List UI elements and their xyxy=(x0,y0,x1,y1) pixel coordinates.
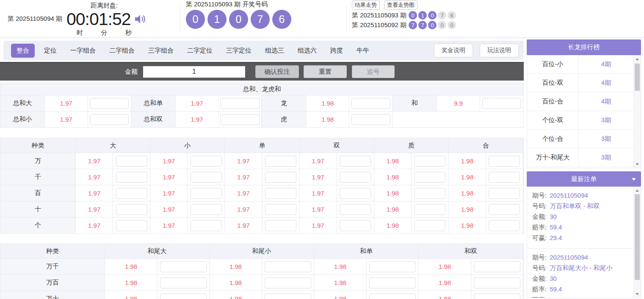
confirm-bet-button[interactable]: 确认投注 xyxy=(255,65,299,78)
bet-input-wanqian-heweida[interactable] xyxy=(160,261,207,272)
bet-input-bai-da[interactable] xyxy=(116,188,147,199)
tab-erzi-zuhe[interactable]: 二字组合 xyxy=(109,47,135,55)
tab-kuadu[interactable]: 跨度 xyxy=(330,47,343,55)
bet-input-wan-zhi[interactable] xyxy=(414,156,445,167)
bet-input-shi-shuang[interactable] xyxy=(340,204,371,215)
bet-input-shi-xiao[interactable] xyxy=(191,204,222,215)
tab-zuxuan-san[interactable]: 组选三 xyxy=(265,47,284,55)
bet-input-ge-he[interactable] xyxy=(489,220,520,231)
bet-input-wanqian-hedan[interactable] xyxy=(369,261,416,272)
reset-button[interactable]: 重置 xyxy=(304,65,347,78)
input-cell-wanqian-heweida xyxy=(158,259,210,275)
rank-scrollbar[interactable] xyxy=(633,55,641,168)
bet-input-wan-he[interactable] xyxy=(489,156,520,167)
bet-input-bai-he[interactable] xyxy=(489,188,520,199)
bet-input-ge-xiao[interactable] xyxy=(191,220,222,231)
bet-input-wan-da[interactable] xyxy=(116,156,147,167)
sum-bet-input-zonghe-shuang[interactable] xyxy=(221,114,260,125)
bet-input-wanqian-heweixiao[interactable] xyxy=(265,261,311,272)
draw-ball: 1 xyxy=(207,10,227,29)
bet-input-shi-dan[interactable] xyxy=(265,204,296,215)
bet-input-shi-da[interactable] xyxy=(116,204,147,215)
tab-zuxuan-liu[interactable]: 组选六 xyxy=(298,47,317,55)
bet-input-wanshi-heweida[interactable] xyxy=(160,293,207,299)
input-cell-wanqian-heweixiao xyxy=(262,259,314,275)
scrollbar-up-arrow[interactable] xyxy=(634,187,641,194)
tab-erzi-dingwei[interactable]: 二字定位 xyxy=(187,47,213,55)
bet-input-bai-shuang[interactable] xyxy=(340,188,371,199)
tab-yizi-zuhe[interactable]: 一字组合 xyxy=(70,47,96,55)
bet-input-wanbai-hedan[interactable] xyxy=(369,277,416,288)
bet-input-qian-xiao[interactable] xyxy=(191,172,222,183)
chevron-down-icon[interactable] xyxy=(632,178,636,181)
bet-input-qian-dan[interactable] xyxy=(265,172,296,183)
bets-scrollbar[interactable] xyxy=(633,187,641,298)
bet-input-wanshi-heweixiao[interactable] xyxy=(265,293,311,299)
rules-info-button[interactable]: 玩法说明 xyxy=(480,44,519,57)
sum-label-long: 龙 xyxy=(262,95,306,112)
sum-bet-input-long[interactable] xyxy=(351,98,390,109)
speaker-icon[interactable] xyxy=(134,14,147,25)
bet-input-shi-zhi[interactable] xyxy=(414,204,445,215)
bet-input-wanbai-heshuang[interactable] xyxy=(474,277,520,288)
view-trend-chart-button[interactable]: 查看走势图 xyxy=(384,0,417,10)
rank-row[interactable]: 百位-合4期 xyxy=(527,92,633,111)
bet-input-wanshi-heshuang[interactable] xyxy=(474,293,520,299)
rank-row[interactable]: 个位-合3期 xyxy=(527,130,633,148)
sum-bet-input-zonghe-da[interactable] xyxy=(90,98,129,109)
bet-input-wan-dan[interactable] xyxy=(265,156,296,167)
bet-input-qian-zhi[interactable] xyxy=(414,172,445,183)
scrollbar-up-arrow[interactable] xyxy=(634,56,641,62)
bet-input-bai-xiao[interactable] xyxy=(191,188,222,199)
bet-input-ge-dan[interactable] xyxy=(265,220,296,231)
bet-input-qian-shuang[interactable] xyxy=(340,172,371,183)
latest-bets-header[interactable]: 最新注单 xyxy=(527,171,641,187)
bet-input-bai-zhi[interactable] xyxy=(414,188,445,199)
bet-input-qian-he[interactable] xyxy=(489,172,520,183)
sum-label-zonghe-dan: 总和单 xyxy=(131,95,176,112)
bet-input-wanqian-heshuang[interactable] xyxy=(474,261,520,272)
rank-row[interactable]: 百位-双4期 xyxy=(527,74,633,92)
bet-input-wanshi-hedan[interactable] xyxy=(369,293,416,299)
odds-wan-dan: 1.97 xyxy=(225,153,262,169)
scrollbar-thumb[interactable] xyxy=(635,194,640,280)
rank-row[interactable]: 万十-和尾大3期 xyxy=(527,148,633,167)
scrollbar-down-arrow[interactable] xyxy=(634,291,641,297)
position-bet-table: 种类大小单双质合万1.971.971.971.971.981.98千1.971.… xyxy=(0,138,524,234)
bet-field-value: 30 xyxy=(550,273,557,284)
amount-input[interactable] xyxy=(143,66,245,78)
tab-zhenghe[interactable]: 整合 xyxy=(11,44,35,58)
input-cell-wanshi-heweida xyxy=(158,291,210,299)
sum-bet-input-he[interactable] xyxy=(482,98,521,109)
bet-input-wan-shuang[interactable] xyxy=(340,156,371,167)
rank-row[interactable]: 百位-小4期 xyxy=(527,55,633,74)
tab-sanzi-dingwei[interactable]: 三字定位 xyxy=(226,47,252,55)
bet-input-wanbai-heweida[interactable] xyxy=(160,277,207,288)
bet-input-wan-xiao[interactable] xyxy=(191,156,222,167)
tab-sanzi-zuhe[interactable]: 三字组合 xyxy=(148,47,174,55)
rank-row[interactable]: 个位-双3期 xyxy=(527,111,633,130)
sum-input-cell-zonghe-shuang xyxy=(219,112,262,128)
bet-input-shi-he[interactable] xyxy=(489,204,520,215)
input-cell-bai-dan xyxy=(263,185,300,201)
bet-input-bai-dan[interactable] xyxy=(265,188,296,199)
chase-number-button[interactable]: 追号 xyxy=(352,65,395,78)
tab-dingwei[interactable]: 定位 xyxy=(44,47,57,55)
tab-niuniu[interactable]: 牛牛 xyxy=(357,47,369,55)
rank-count: 4期 xyxy=(579,92,633,111)
bet-input-wanbai-heweixiao[interactable] xyxy=(265,277,311,288)
bet-toolbar: 金额 确认投注 重置 追号 xyxy=(0,62,524,81)
sum-bet-input-zonghe-dan[interactable] xyxy=(221,98,260,109)
scrollbar-thumb[interactable] xyxy=(635,64,640,91)
prize-info-button[interactable]: 奖金说明 xyxy=(434,44,473,57)
bet-input-ge-shuang[interactable] xyxy=(340,220,371,231)
input-cell-shi-shuang xyxy=(337,201,374,218)
bet-input-qian-da[interactable] xyxy=(116,172,147,183)
result-trend-button[interactable]: 结果走势 xyxy=(352,0,380,10)
sum-bet-input-zonghe-xiao[interactable] xyxy=(90,114,129,125)
row-label-ge: 个 xyxy=(0,218,76,234)
bet-input-ge-zhi[interactable] xyxy=(414,220,445,231)
bet-input-ge-da[interactable] xyxy=(116,220,147,231)
scrollbar-down-arrow[interactable] xyxy=(634,161,641,168)
sum-bet-input-hu[interactable] xyxy=(351,114,390,125)
